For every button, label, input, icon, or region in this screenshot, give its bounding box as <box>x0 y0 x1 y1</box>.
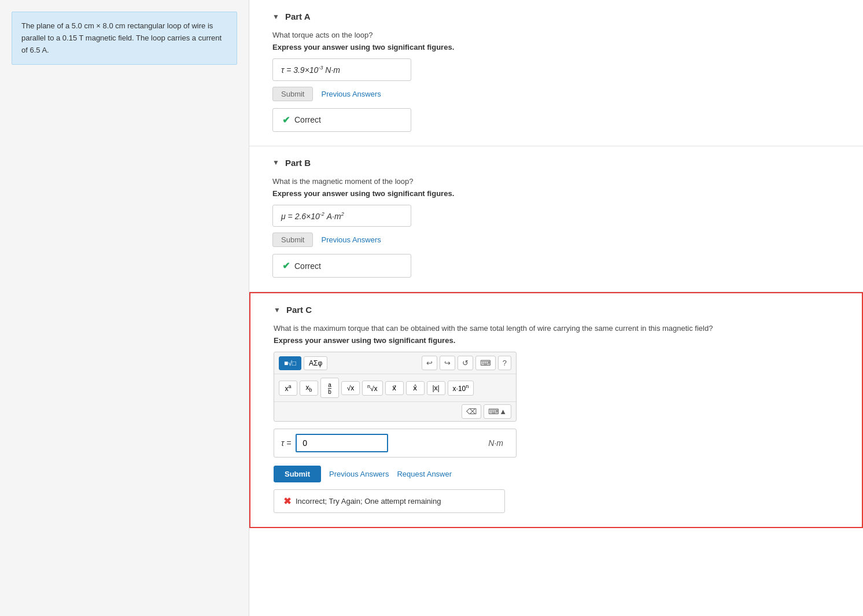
part-b-header: ▼ Part B <box>272 158 840 168</box>
toolbar-redo-button[interactable]: ↪ <box>440 356 455 370</box>
part-b-instruction: Express your answer using two significan… <box>272 189 840 198</box>
toolbar-subscript-button[interactable]: xb <box>300 381 318 396</box>
part-b-question: What is the magnetic moment of the loop? <box>272 177 840 186</box>
math-input-label: τ = <box>281 438 291 448</box>
toolbar-mode-math-button[interactable]: ■√□ <box>279 356 301 370</box>
math-input-field[interactable] <box>296 434 388 452</box>
toolbar-delete-button[interactable]: ⌫ <box>462 404 481 419</box>
part-a-answer-display: τ = 3.9×10-3 N·m <box>272 58 411 81</box>
part-c-request-answer-link[interactable]: Request Answer <box>397 470 452 478</box>
part-c-collapse-arrow[interactable]: ▼ <box>274 306 281 314</box>
fraction-icon: ab <box>328 382 331 395</box>
part-a-header: ▼ Part A <box>272 12 840 21</box>
problem-statement: The plane of a 5.0 cm × 8.0 cm rectangul… <box>12 12 237 65</box>
toolbar-row1: ■√□ ΑΣφ ↩ ↪ ↺ ⌨ <box>274 352 516 374</box>
part-c-header: ▼ Part C <box>274 305 839 315</box>
help-icon: ? <box>503 359 507 367</box>
part-c-question: What is the maximum torque that can be o… <box>274 324 839 333</box>
part-a-check-icon: ✔ <box>282 115 290 126</box>
toolbar-keypad-toggle-button[interactable]: ⌨▲ <box>484 404 511 419</box>
part-b-actions: Submit Previous Answers <box>272 233 840 247</box>
problem-text: The plane of a 5.0 cm × 8.0 cm rectangul… <box>21 21 222 54</box>
part-a-collapse-arrow[interactable]: ▼ <box>272 13 279 21</box>
math-unit-label: N·m <box>488 438 509 448</box>
part-a-label: Part A <box>285 12 311 21</box>
part-b-section: ▼ Part B What is the magnetic moment of … <box>249 146 863 293</box>
part-b-status: Correct <box>294 261 321 271</box>
sci-icon: x·10n <box>453 385 469 393</box>
part-b-collapse-arrow[interactable]: ▼ <box>272 158 279 167</box>
part-a-correct-box: ✔ Correct <box>272 108 411 132</box>
part-c-submit-button[interactable]: Submit <box>274 466 321 482</box>
part-a-submit-button[interactable]: Submit <box>272 87 313 101</box>
part-c-label: Part C <box>286 305 312 315</box>
part-a-section: ▼ Part A What torque acts on the loop? E… <box>249 0 863 146</box>
subscript-icon: xb <box>305 383 312 392</box>
part-c-incorrect-box: ✖ Incorrect; Try Again; One attempt rema… <box>274 489 505 513</box>
sqrt-icon: √x <box>347 384 355 392</box>
nthroot-icon: n√x <box>367 385 378 393</box>
sidebar: The plane of a 5.0 cm × 8.0 cm rectangul… <box>0 0 249 616</box>
toolbar-keyboard-button[interactable]: ⌨ <box>475 356 496 370</box>
toolbar-sci-button[interactable]: x·10n <box>448 381 474 396</box>
math-input-container: τ = N·m <box>274 429 517 458</box>
part-c-x-icon: ✖ <box>283 496 291 507</box>
toolbar-undo-button[interactable]: ↩ <box>422 356 437 370</box>
toolbar-sqrt-button[interactable]: √x <box>341 381 360 395</box>
toolbar-hat-button[interactable]: x̂ <box>406 381 425 395</box>
part-a-question: What torque acts on the loop? <box>272 31 840 39</box>
part-c-instruction: Express your answer using two significan… <box>274 336 839 345</box>
delete-icon: ⌫ <box>466 407 477 416</box>
reset-icon: ↺ <box>462 359 469 367</box>
toolbar-reset-button[interactable]: ↺ <box>458 356 473 370</box>
part-b-check-icon: ✔ <box>282 260 290 271</box>
math-toolbar-wrapper: ■√□ ΑΣφ ↩ ↪ ↺ ⌨ <box>274 352 517 422</box>
toolbar-row2: xa xb ab √x n√x x⃗ <box>274 374 516 401</box>
keypad-icon: ⌨▲ <box>488 407 507 416</box>
part-a-instruction: Express your answer using two significan… <box>272 43 840 51</box>
vector-icon: x⃗ <box>392 384 396 392</box>
part-b-answer-display: μ = 2.6×10-2 A·m2 <box>272 205 411 227</box>
toolbar-nthroot-button[interactable]: n√x <box>362 381 383 396</box>
keyboard-icon: ⌨ <box>480 359 491 367</box>
toolbar-row3: ⌫ ⌨▲ <box>274 401 516 421</box>
redo-icon: ↪ <box>444 359 451 367</box>
toolbar-mode-math-icon: ■√□ <box>284 359 296 367</box>
part-c-section: ▼ Part C What is the maximum torque that… <box>249 292 863 528</box>
undo-icon: ↩ <box>426 359 433 367</box>
part-b-label: Part B <box>285 158 311 168</box>
part-b-previous-answers-link[interactable]: Previous Answers <box>321 235 381 244</box>
toolbar-abs-button[interactable]: |x| <box>427 381 445 395</box>
part-a-previous-answers-link[interactable]: Previous Answers <box>321 90 381 98</box>
toolbar-superscript-button[interactable]: xa <box>279 381 297 396</box>
part-a-actions: Submit Previous Answers <box>272 87 840 101</box>
abs-icon: |x| <box>432 384 439 392</box>
toolbar-mode-text-button[interactable]: ΑΣφ <box>304 356 327 370</box>
superscript-icon: xa <box>285 385 291 393</box>
part-c-actions: Submit Previous Answers Request Answer <box>274 466 839 482</box>
part-b-correct-box: ✔ Correct <box>272 254 411 278</box>
part-c-status: Incorrect; Try Again; One attempt remain… <box>296 497 441 506</box>
part-b-submit-button[interactable]: Submit <box>272 233 313 247</box>
main-content: ▼ Part A What torque acts on the loop? E… <box>249 0 863 616</box>
hat-icon: x̂ <box>413 384 417 392</box>
part-a-status: Correct <box>294 115 321 124</box>
toolbar-vector-button[interactable]: x⃗ <box>385 381 404 395</box>
toolbar-fraction-button[interactable]: ab <box>320 378 339 398</box>
toolbar-mode-text-icon: ΑΣφ <box>309 359 322 367</box>
part-c-previous-answers-link[interactable]: Previous Answers <box>329 470 389 478</box>
toolbar-help-button[interactable]: ? <box>498 356 511 370</box>
